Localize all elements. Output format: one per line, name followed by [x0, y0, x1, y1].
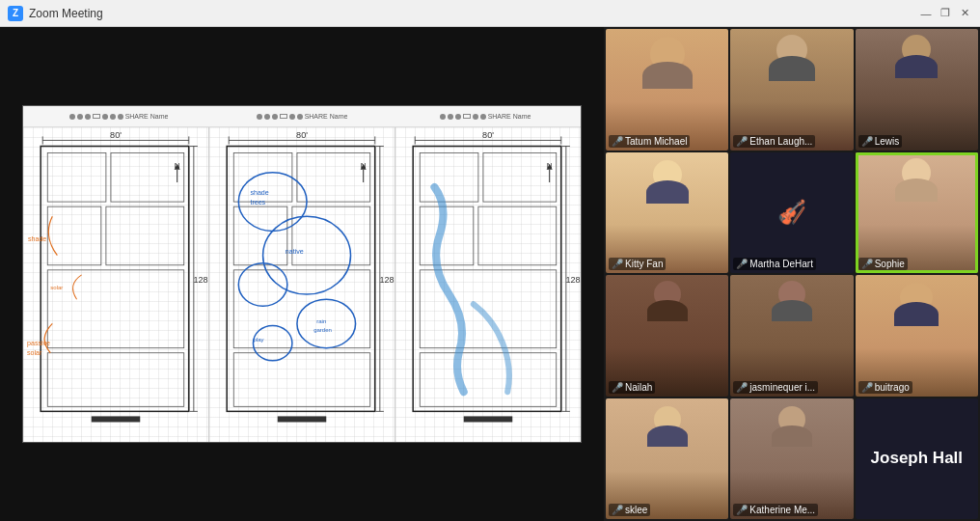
participant-name-tatum: 🎤Tatum Michael: [609, 135, 690, 148]
participant-tile-kitty: 🎤Kitty Fan: [606, 152, 728, 274]
svg-point-45: [253, 325, 291, 360]
participant-name-buitrago: 🎤buitrago: [858, 381, 912, 394]
participant-mic-jasmine: 🎤: [736, 382, 748, 393]
participant-name-katherine: 🎤Katherine Me...: [733, 504, 818, 516]
participant-name-sklee: 🎤sklee: [609, 504, 650, 516]
whiteboard-panel-3: 80' N 128': [395, 127, 581, 442]
zoom-icon: Z: [8, 6, 23, 21]
svg-rect-40: [233, 353, 369, 407]
svg-text:128': 128': [565, 275, 581, 285]
tool-3[interactable]: [85, 114, 91, 120]
svg-rect-12: [47, 153, 106, 203]
participant-mic-sophie: 🎤: [861, 259, 873, 269]
svg-text:trees: trees: [250, 199, 265, 206]
participant-tile-katherine: 🎤Katherine Me...: [730, 398, 853, 520]
participant-tile-joseph: Joseph Hall: [856, 398, 978, 520]
tool-8[interactable]: [257, 114, 262, 120]
tool-12[interactable]: [289, 114, 295, 120]
svg-rect-13: [111, 153, 184, 203]
participant-tile-tatum: 🎤Tatum Michael: [606, 29, 728, 151]
participant-name-kitty: 🎤Kitty Fan: [609, 258, 666, 270]
participant-tile-sklee: 🎤sklee: [606, 398, 728, 520]
participant-mic-martha: 🎤: [736, 259, 748, 269]
participant-tile-lewis: 🎤Lewis: [856, 29, 978, 151]
maximize-button[interactable]: ❐: [938, 6, 953, 21]
svg-text:80': 80': [110, 130, 122, 140]
tool-13[interactable]: [297, 114, 303, 120]
toolbar-section-1: SHARE Name: [27, 113, 210, 120]
svg-text:shade: shade: [250, 189, 268, 196]
main-content: SHARE Name SHARE Name: [0, 27, 980, 521]
svg-text:128': 128': [379, 275, 395, 285]
tool-18[interactable]: [473, 114, 478, 120]
svg-text:play: play: [253, 337, 264, 343]
participant-tile-jasmine: 🎤jasminequer i...: [730, 275, 853, 397]
tool-19[interactable]: [480, 114, 486, 120]
title-bar: Z Zoom Meeting — ❐ ✕: [0, 0, 980, 27]
svg-rect-22: [92, 416, 141, 422]
svg-text:solar: solar: [50, 285, 63, 290]
svg-text:solar: solar: [27, 349, 42, 356]
tool-10[interactable]: [272, 114, 278, 120]
svg-text:128': 128': [193, 275, 208, 285]
svg-rect-14: [47, 206, 101, 265]
tool-17[interactable]: [463, 114, 471, 119]
tool-4[interactable]: [93, 114, 100, 119]
tool-7[interactable]: [118, 114, 123, 120]
title-bar-left: Z Zoom Meeting: [8, 6, 103, 21]
title-bar-controls[interactable]: — ❐ ✕: [918, 6, 972, 21]
close-button[interactable]: ✕: [957, 6, 972, 21]
minimize-button[interactable]: —: [918, 6, 934, 21]
whiteboard-panel-2: 80' N 128': [209, 127, 395, 442]
participant-tile-nailah: 🎤Nailah: [606, 275, 728, 397]
participant-mic-lewis: 🎤: [861, 136, 873, 147]
tool-5[interactable]: [102, 114, 108, 120]
svg-rect-70: [420, 353, 556, 407]
participant-name-jasmine: 🎤jasminequer i...: [733, 381, 818, 394]
participant-mic-nailah: 🎤: [612, 382, 623, 393]
participant-mic-kitty: 🎤: [612, 259, 623, 269]
svg-rect-66: [483, 153, 557, 203]
participant-name-sophie: 🎤Sophie: [858, 258, 908, 270]
participant-name-lewis: 🎤Lewis: [858, 135, 903, 148]
participant-tile-sophie: 🎤Sophie: [856, 152, 978, 274]
tool-15[interactable]: [448, 114, 453, 120]
whiteboard-drawing: 80' N 128': [23, 127, 581, 442]
panel-1-svg: 80' N 128': [23, 127, 208, 442]
title-bar-text: Zoom Meeting: [29, 7, 103, 20]
tool-6[interactable]: [110, 114, 116, 120]
svg-text:passive: passive: [27, 340, 50, 347]
participant-grid: 🎤Tatum Michael 🎤Ethan Laugh... 🎤Lewis: [604, 27, 980, 521]
tool-9[interactable]: [264, 114, 270, 120]
svg-text:80': 80': [296, 130, 308, 140]
svg-rect-36: [297, 153, 370, 203]
svg-rect-16: [47, 270, 183, 348]
svg-text:shade: shade: [28, 235, 46, 242]
participant-tile-ethan: 🎤Ethan Laugh...: [730, 29, 853, 151]
svg-rect-38: [292, 206, 370, 265]
svg-rect-65: [420, 153, 478, 203]
panel-2-svg: 80' N 128': [209, 127, 395, 442]
svg-rect-17: [47, 353, 183, 407]
participant-name-joseph: Joseph Hall: [863, 441, 970, 476]
participant-tile-martha: 🎻 🎤Martha DeHart: [730, 152, 853, 274]
svg-text:80': 80': [482, 130, 494, 140]
participant-mic-buitrago: 🎤: [861, 382, 873, 393]
tool-14[interactable]: [440, 114, 446, 120]
tool-1[interactable]: [69, 114, 75, 120]
svg-text:garden: garden: [313, 327, 332, 333]
tool-16[interactable]: [455, 114, 461, 120]
participant-mic-katherine: 🎤: [736, 505, 748, 515]
tool-2[interactable]: [77, 114, 83, 120]
svg-rect-71: [464, 416, 513, 422]
participant-name-ethan: 🎤Ethan Laugh...: [733, 135, 815, 148]
tool-label-3: SHARE Name: [488, 113, 531, 120]
participant-mic-ethan: 🎤: [736, 136, 748, 147]
whiteboard-toolbar: SHARE Name SHARE Name: [23, 106, 581, 127]
participant-name-nailah: 🎤Nailah: [609, 381, 655, 394]
svg-text:native: native: [286, 248, 304, 255]
toolbar-section-3: SHARE Name: [394, 113, 577, 120]
svg-rect-11: [41, 147, 189, 412]
tool-11[interactable]: [280, 114, 287, 119]
svg-text:rain: rain: [316, 318, 326, 324]
